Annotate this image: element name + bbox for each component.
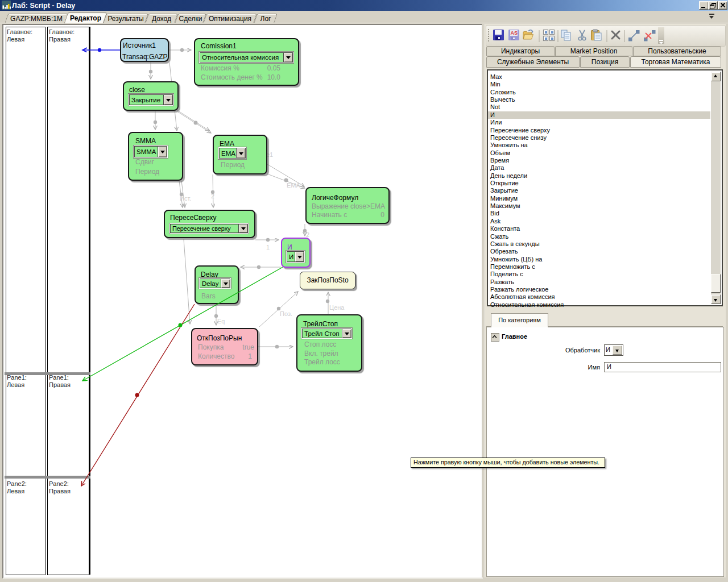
svg-text:Eq: Eq [217, 318, 225, 325]
svg-text:Поз.: Поз. [280, 310, 292, 317]
svg-text:Цена: Цена [329, 304, 345, 311]
svg-text:EMA: EMA [287, 182, 301, 189]
svg-text:1: 1 [266, 244, 270, 251]
svg-text:2: 2 [211, 193, 214, 199]
svg-text:Ист.: Ист. [180, 195, 191, 202]
